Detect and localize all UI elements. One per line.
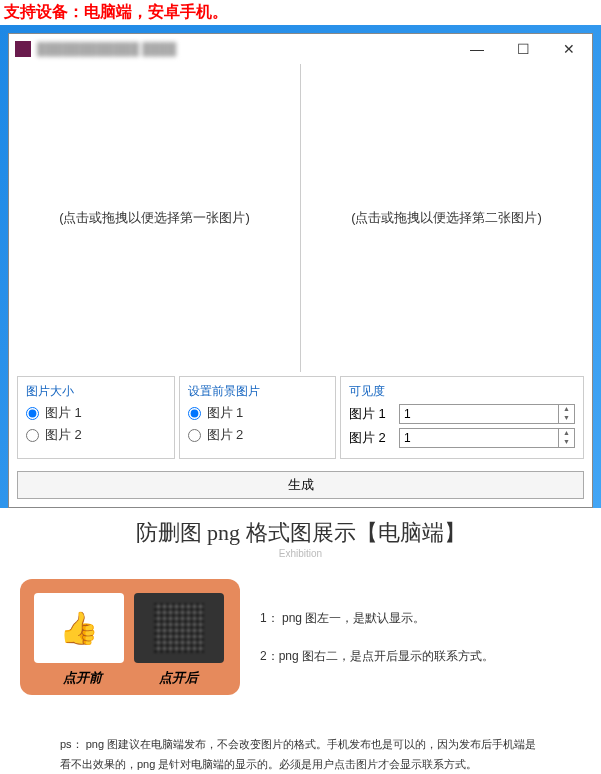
minimize-button[interactable]: — [454, 34, 500, 64]
fg-radio-1-input[interactable] [188, 407, 201, 420]
group-fg-title: 设置前景图片 [188, 383, 328, 400]
app-window: ████████████ ████ — ☐ ✕ (点击或拖拽以便选择第一张图片)… [8, 33, 593, 508]
drop-panel-1[interactable]: (点击或拖拽以便选择第一张图片) [9, 64, 301, 372]
size-radio-2-label: 图片 2 [45, 426, 82, 444]
desc-line-1: 1： png 图左一，是默认显示。 [260, 603, 581, 633]
group-foreground: 设置前景图片 图片 1 图片 2 [179, 376, 337, 459]
fg-radio-1[interactable]: 图片 1 [188, 404, 328, 422]
demo-card: 👍 点开前 点开后 [20, 579, 240, 695]
vis-field-1[interactable] [400, 405, 558, 423]
header-support-text: 支持设备：电脑端，安卓手机。 [0, 0, 601, 25]
window-title: ████████████ ████ [37, 42, 454, 56]
size-radio-2-input[interactable] [26, 429, 39, 442]
demo-row: 👍 点开前 点开后 1： png 图左一，是默认显示。 2：png 图右二，是点… [20, 579, 581, 695]
label-before: 点开前 [63, 669, 102, 687]
vis-label-2: 图片 2 [349, 429, 399, 447]
vis-row-1: 图片 1 ▲▼ [349, 404, 575, 424]
spinner-2[interactable]: ▲▼ [558, 429, 574, 447]
demo-image-before: 👍 [34, 593, 124, 663]
group-visibility: 可见度 图片 1 ▲▼ 图片 2 ▲▼ [340, 376, 584, 459]
demo-labels: 点开前 点开后 [34, 669, 226, 687]
thumb-up-icon: 👍 [59, 609, 99, 647]
group-size-title: 图片大小 [26, 383, 166, 400]
label-after: 点开后 [159, 669, 198, 687]
generate-button[interactable]: 生成 [17, 471, 584, 499]
size-radio-1[interactable]: 图片 1 [26, 404, 166, 422]
drop-hint-1: (点击或拖拽以便选择第一张图片) [59, 209, 250, 227]
vis-input-1[interactable]: ▲▼ [399, 404, 575, 424]
showcase-title: 防删图 png 格式图展示【电脑端】 [20, 518, 581, 548]
settings-row: 图片大小 图片 1 图片 2 设置前景图片 图片 1 图片 [9, 372, 592, 463]
image-drop-area: (点击或拖拽以便选择第一张图片) (点击或拖拽以便选择第二张图片) [9, 64, 592, 372]
desc-line-2: 2：png 图右二，是点开后显示的联系方式。 [260, 641, 581, 671]
qr-code-icon [154, 603, 204, 653]
group-vis-title: 可见度 [349, 383, 575, 400]
fg-radio-1-label: 图片 1 [207, 404, 244, 422]
drop-panel-2[interactable]: (点击或拖拽以便选择第二张图片) [301, 64, 592, 372]
close-button[interactable]: ✕ [546, 34, 592, 64]
size-radio-1-label: 图片 1 [45, 404, 82, 422]
ps-note: ps： png 图建议在电脑端发布，不会改变图片的格式。手机发布也是可以的，因为… [60, 735, 541, 774]
fg-radio-2-input[interactable] [188, 429, 201, 442]
showcase-subtitle: Exhibition [20, 548, 581, 559]
fg-radio-2[interactable]: 图片 2 [188, 426, 328, 444]
demo-description: 1： png 图左一，是默认显示。 2：png 图右二，是点开后显示的联系方式。 [260, 595, 581, 679]
vis-input-2[interactable]: ▲▼ [399, 428, 575, 448]
spinner-1[interactable]: ▲▼ [558, 405, 574, 423]
vis-field-2[interactable] [400, 429, 558, 447]
showcase-section: 防删图 png 格式图展示【电脑端】 Exhibition 👍 点开前 点开后 … [0, 508, 601, 774]
titlebar: ████████████ ████ — ☐ ✕ [9, 34, 592, 64]
vis-label-1: 图片 1 [349, 405, 399, 423]
window-controls: — ☐ ✕ [454, 34, 592, 64]
demo-images: 👍 [34, 593, 226, 663]
demo-image-after [134, 593, 224, 663]
size-radio-1-input[interactable] [26, 407, 39, 420]
desktop-background: ████████████ ████ — ☐ ✕ (点击或拖拽以便选择第一张图片)… [0, 25, 601, 508]
app-icon [15, 41, 31, 57]
size-radio-2[interactable]: 图片 2 [26, 426, 166, 444]
vis-row-2: 图片 2 ▲▼ [349, 428, 575, 448]
drop-hint-2: (点击或拖拽以便选择第二张图片) [351, 209, 542, 227]
group-image-size: 图片大小 图片 1 图片 2 [17, 376, 175, 459]
maximize-button[interactable]: ☐ [500, 34, 546, 64]
fg-radio-2-label: 图片 2 [207, 426, 244, 444]
